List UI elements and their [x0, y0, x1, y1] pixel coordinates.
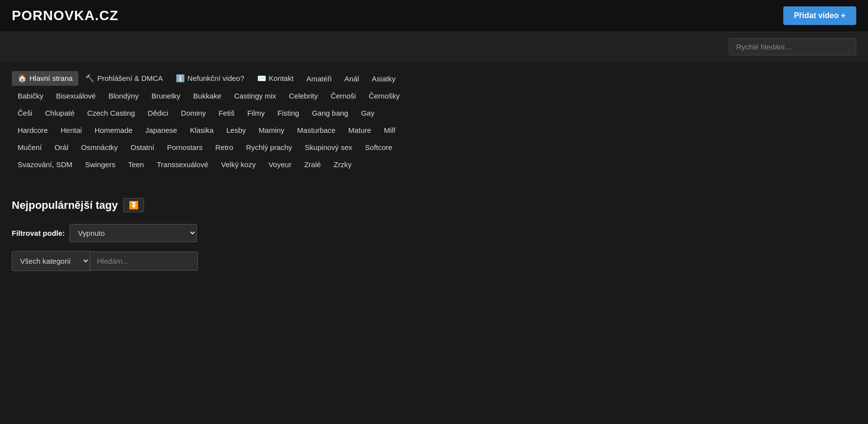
nav-link[interactable]: Homemade [89, 123, 139, 137]
nav-link[interactable]: Filmy [241, 106, 271, 120]
nav-anal[interactable]: Anál [338, 72, 365, 86]
nav-link[interactable]: Maminy [253, 123, 290, 137]
nav-link[interactable]: Mature [342, 123, 377, 137]
nav-link[interactable]: Fisting [272, 106, 305, 120]
filter-row: Filtrovat podle: VypnutoAbecedněPopulari… [12, 224, 856, 242]
nav-link[interactable]: Orál [48, 140, 74, 154]
tags-title: Nejpopulárnější tagy [12, 199, 118, 212]
nav-row-5: MučeníOrálOsmnáctkyOstatníPornostarsRetr… [12, 140, 856, 154]
nav-link[interactable]: Retro [209, 140, 239, 154]
nav-link[interactable]: Ostatní [125, 140, 160, 154]
nav-prohlaseni[interactable]: 🔨Prohlášení & DMCA [79, 71, 169, 86]
nav-link[interactable]: Chlupaté [39, 106, 80, 120]
nav-link[interactable]: Softcore [359, 140, 398, 154]
nav-link[interactable]: Milf [378, 123, 401, 137]
nav-link[interactable]: Klasika [184, 123, 219, 137]
nav-link[interactable]: Gang bang [306, 106, 354, 120]
nav-link[interactable]: Zrzky [328, 157, 358, 172]
nav-kontakt[interactable]: ✉️Kontakt [251, 71, 300, 86]
quick-search-input[interactable] [729, 38, 856, 55]
logo: PORNOVKA.CZ [12, 8, 119, 24]
nav-link[interactable]: Fetiš [213, 106, 241, 120]
nav-link[interactable]: Transsexuálové [151, 157, 214, 172]
tags-section: Nejpopulárnější tagy ⏬ Filtrovat podle: … [0, 186, 868, 283]
nav-link[interactable]: Bisexuálové [50, 89, 102, 103]
filter-label: Filtrovat podle: [12, 229, 65, 237]
nav-link[interactable]: Teen [122, 157, 150, 172]
nav-ama[interactable]: Amatéři [300, 72, 338, 86]
nav-link[interactable]: Velký kozy [215, 157, 262, 172]
nav-row-4: HardcoreHentaiHomemadeJapaneseKlasikaLes… [12, 123, 856, 137]
nav-link[interactable]: Černošky [363, 89, 406, 103]
header: PORNOVKA.CZ Přidat video + [0, 0, 868, 31]
nav-link[interactable]: Češi [12, 106, 38, 120]
nav-link[interactable]: Hardcore [12, 123, 54, 137]
nav-link[interactable]: Babičky [12, 89, 49, 103]
home-icon: 🏠 [18, 74, 27, 82]
nav-row-3: ČešiChlupatéCzech CastingDědiciDominyFet… [12, 106, 856, 120]
nav-link[interactable]: Masturbace [291, 123, 341, 137]
info-icon: ℹ️ [176, 74, 185, 82]
search-row: Všech kategorií [12, 251, 856, 271]
nav-asiatky[interactable]: Asiatky [366, 72, 401, 86]
nav-link[interactable]: Castingy mix [228, 89, 282, 103]
nav-hlavni-strana[interactable]: 🏠Hlavní strana [12, 71, 78, 86]
nav-link[interactable]: Černoši [325, 89, 362, 103]
nav-link[interactable]: Dědici [142, 106, 174, 120]
nav-link[interactable]: Mučení [12, 140, 48, 154]
nav-link[interactable]: Bukkake [187, 89, 227, 103]
nav-link[interactable]: Swingers [79, 157, 121, 172]
hammer-icon: 🔨 [85, 74, 95, 82]
nav-link[interactable]: Celebrity [283, 89, 324, 103]
nav-row-6: Svazování, SDMSwingersTeenTranssexuálové… [12, 157, 856, 172]
nav-link[interactable]: Gay [355, 106, 381, 120]
nav-row-primary: 🏠Hlavní strana 🔨Prohlášení & DMCA ℹ️Nefu… [12, 71, 856, 86]
tags-search-input[interactable] [90, 251, 198, 271]
nav-nefunkcni[interactable]: ℹ️Nefunkční video? [170, 71, 250, 86]
nav-link[interactable]: Lesby [220, 123, 252, 137]
nav-link[interactable]: Japanese [140, 123, 183, 137]
nav-link[interactable]: Brunetky [145, 89, 186, 103]
category-select[interactable]: Všech kategorií [12, 251, 90, 271]
tags-collapse-button[interactable]: ⏬ [123, 198, 144, 212]
nav-link[interactable]: Voyeur [263, 157, 297, 172]
nav-link[interactable]: Czech Casting [81, 106, 141, 120]
nav-row-2: BabičkyBisexuálovéBlondýnyBrunetkyBukkak… [12, 89, 856, 103]
tags-header: Nejpopulárnější tagy ⏬ [12, 198, 856, 212]
nav-area: 🏠Hlavní strana 🔨Prohlášení & DMCA ℹ️Nefu… [0, 62, 868, 186]
nav-link[interactable]: Hentai [55, 123, 88, 137]
mail-icon: ✉️ [257, 74, 266, 82]
nav-link[interactable]: Pornostars [161, 140, 209, 154]
nav-link[interactable]: Dominy [175, 106, 212, 120]
nav-link[interactable]: Svazování, SDM [12, 157, 78, 172]
add-video-button[interactable]: Přidat video + [783, 6, 856, 25]
nav-link[interactable]: Zralé [298, 157, 327, 172]
nav-link[interactable]: Rychlý prachy [240, 140, 298, 154]
search-bar-area [0, 31, 868, 62]
nav-link[interactable]: Skupinový sex [299, 140, 358, 154]
nav-link[interactable]: Osmnáctky [75, 140, 124, 154]
nav-link[interactable]: Blondýny [102, 89, 145, 103]
filter-select[interactable]: VypnutoAbecedněPopularitou [70, 224, 197, 242]
